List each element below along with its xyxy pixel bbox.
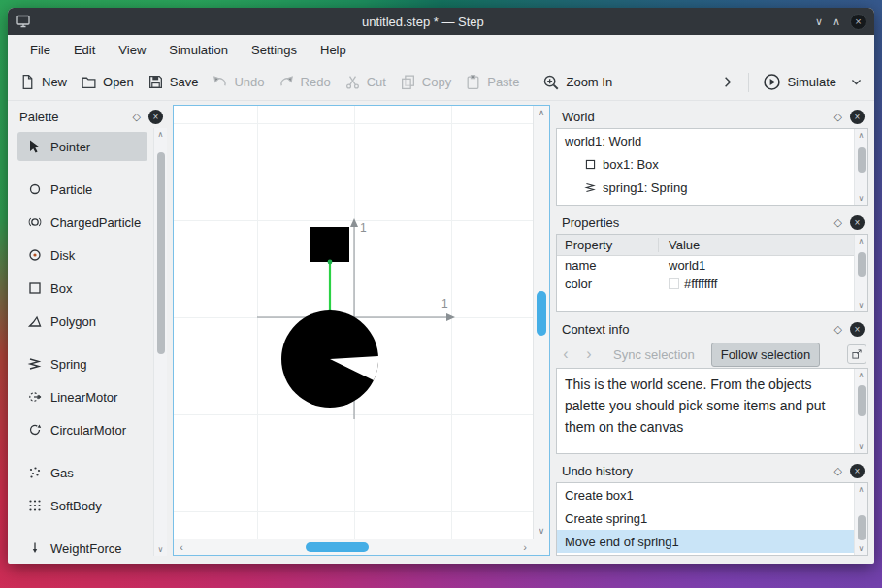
palette-item-weightforce[interactable]: WeightForce: [17, 534, 147, 556]
canvas-scene[interactable]: 1 1: [174, 106, 533, 539]
world-scrollbar[interactable]: ∧ ∨: [854, 129, 867, 205]
palette-float-icon[interactable]: ◇: [133, 111, 141, 123]
undo-scroll-thumb[interactable]: [858, 515, 866, 540]
undo-float-icon[interactable]: ◇: [834, 465, 842, 477]
toolbar-extension-button[interactable]: [720, 75, 735, 89]
scroll-down-icon[interactable]: ∨: [154, 543, 167, 556]
menu-edit[interactable]: Edit: [63, 39, 106, 61]
palette-item-spring[interactable]: Spring: [17, 349, 147, 378]
spring1-end1-handle[interactable]: [328, 260, 333, 265]
window-title: untitled.step * — Step: [31, 15, 815, 29]
zoom-in-button[interactable]: Zoom In: [542, 74, 612, 91]
context-info-panel: Context info ◇ × ‹ › Sync selection Foll…: [556, 317, 868, 454]
property-row-name[interactable]: name world1: [557, 256, 854, 275]
scroll-up-icon[interactable]: ∧: [855, 483, 867, 496]
properties-float-icon[interactable]: ◇: [834, 216, 842, 229]
tree-item-spring1[interactable]: spring1: Spring: [557, 176, 854, 199]
context-scroll-thumb[interactable]: [858, 385, 866, 416]
palette-scroll-thumb[interactable]: [157, 152, 165, 354]
palette-item-softbody[interactable]: SoftBody: [17, 491, 147, 520]
minimize-button[interactable]: ∨: [815, 16, 823, 27]
disk-object[interactable]: [281, 310, 378, 408]
palette-item-polygon[interactable]: Polygon: [17, 307, 147, 336]
palette-item-box[interactable]: Box: [17, 274, 147, 303]
copy-button[interactable]: Copy: [400, 74, 451, 90]
scroll-down-icon[interactable]: ∨: [855, 441, 867, 453]
scroll-left-icon[interactable]: ‹: [174, 541, 189, 553]
scroll-down-icon[interactable]: ∨: [855, 192, 867, 205]
back-icon[interactable]: ‹: [558, 345, 573, 363]
forward-icon[interactable]: ›: [581, 345, 597, 363]
palette-close-icon[interactable]: ×: [148, 110, 163, 124]
column-property[interactable]: Property: [557, 238, 659, 252]
properties-scrollbar[interactable]: ∧ ∨: [854, 235, 867, 311]
canvas-hscroll-thumb[interactable]: [306, 542, 369, 552]
menu-view[interactable]: View: [108, 39, 156, 61]
linear-motor-icon: [27, 389, 43, 405]
palette-item-gas[interactable]: Gas: [17, 458, 147, 487]
context-close-icon[interactable]: ×: [850, 322, 865, 337]
undo-close-icon[interactable]: ×: [850, 464, 865, 478]
scroll-up-icon[interactable]: ∧: [855, 369, 867, 381]
palette-scrollbar[interactable]: ∧ ∨: [153, 128, 167, 556]
context-float-icon[interactable]: ◇: [834, 323, 842, 336]
sync-selection-button[interactable]: Sync selection: [604, 343, 703, 366]
maximize-button[interactable]: ∧: [833, 16, 840, 27]
cut-button[interactable]: Cut: [344, 74, 386, 90]
canvas-horizontal-scrollbar[interactable]: ‹ ›: [174, 539, 533, 555]
close-button[interactable]: ×: [850, 14, 866, 30]
scroll-up-icon[interactable]: ∧: [855, 235, 867, 247]
box-icon: [27, 280, 43, 296]
scroll-down-icon[interactable]: ∨: [855, 299, 867, 311]
undo-item-create-box1[interactable]: Create box1: [557, 483, 854, 506]
tree-item-world1[interactable]: world1: World: [557, 129, 854, 152]
scroll-down-icon[interactable]: ∨: [855, 542, 867, 555]
menu-settings[interactable]: Settings: [241, 39, 308, 61]
simulate-dropdown-button[interactable]: [850, 76, 863, 88]
follow-selection-button[interactable]: Follow selection: [711, 343, 821, 367]
undo-scrollbar[interactable]: ∧ ∨: [854, 483, 867, 555]
popout-icon: [851, 348, 863, 360]
palette-item-linearmotor[interactable]: LinearMotor: [17, 382, 147, 411]
tree-item-box1[interactable]: box1: Box: [557, 152, 854, 176]
world-scroll-thumb[interactable]: [858, 147, 866, 173]
app-icon[interactable]: [16, 14, 31, 29]
palette-item-particle[interactable]: Particle: [17, 175, 147, 204]
open-button[interactable]: Open: [81, 74, 134, 90]
undo-item-create-spring1[interactable]: Create spring1: [557, 506, 854, 530]
undo-item-move-end-of-spring1[interactable]: Move end of spring1: [557, 530, 854, 553]
scroll-up-icon[interactable]: ∧: [855, 129, 867, 142]
scroll-right-icon[interactable]: ›: [517, 541, 533, 553]
scroll-up-icon[interactable]: ∧: [534, 106, 549, 120]
context-description-text: This is the world scene. From the object…: [557, 369, 854, 438]
scroll-up-icon[interactable]: ∧: [154, 128, 167, 141]
canvas-vertical-scrollbar[interactable]: ∧ ∨: [533, 106, 549, 539]
column-value[interactable]: Value: [659, 238, 854, 252]
box1-object[interactable]: [310, 227, 349, 262]
properties-scroll-thumb[interactable]: [858, 252, 866, 277]
menu-help[interactable]: Help: [310, 39, 357, 61]
palette-panel: Palette ◇ × Pointer Particle: [14, 105, 167, 556]
property-row-color[interactable]: color #ffffffff: [557, 275, 854, 293]
save-button[interactable]: Save: [147, 74, 199, 90]
simulate-button[interactable]: Simulate: [763, 73, 836, 91]
palette-item-circularmotor[interactable]: CircularMotor: [17, 415, 147, 444]
properties-close-icon[interactable]: ×: [850, 215, 865, 230]
palette-item-disk[interactable]: Disk: [17, 241, 147, 270]
titlebar[interactable]: untitled.step * — Step ∨ ∧ ×: [8, 8, 874, 35]
paste-button[interactable]: Paste: [465, 74, 519, 90]
palette-item-pointer[interactable]: Pointer: [17, 132, 147, 161]
new-button[interactable]: New: [19, 74, 67, 90]
world-float-icon[interactable]: ◇: [834, 111, 842, 123]
world-close-icon[interactable]: ×: [850, 110, 865, 124]
menu-simulation[interactable]: Simulation: [158, 39, 239, 61]
world-canvas[interactable]: 1 1: [173, 105, 550, 556]
canvas-vscroll-thumb[interactable]: [537, 291, 546, 336]
context-scrollbar[interactable]: ∧ ∨: [854, 369, 867, 453]
menu-file[interactable]: File: [19, 39, 61, 61]
palette-item-chargedparticle[interactable]: ChargedParticle: [17, 208, 147, 237]
context-popout-button[interactable]: [847, 344, 866, 364]
redo-button[interactable]: Redo: [278, 74, 331, 90]
undo-button[interactable]: Undo: [212, 74, 264, 90]
scroll-down-icon[interactable]: ∨: [534, 524, 549, 539]
